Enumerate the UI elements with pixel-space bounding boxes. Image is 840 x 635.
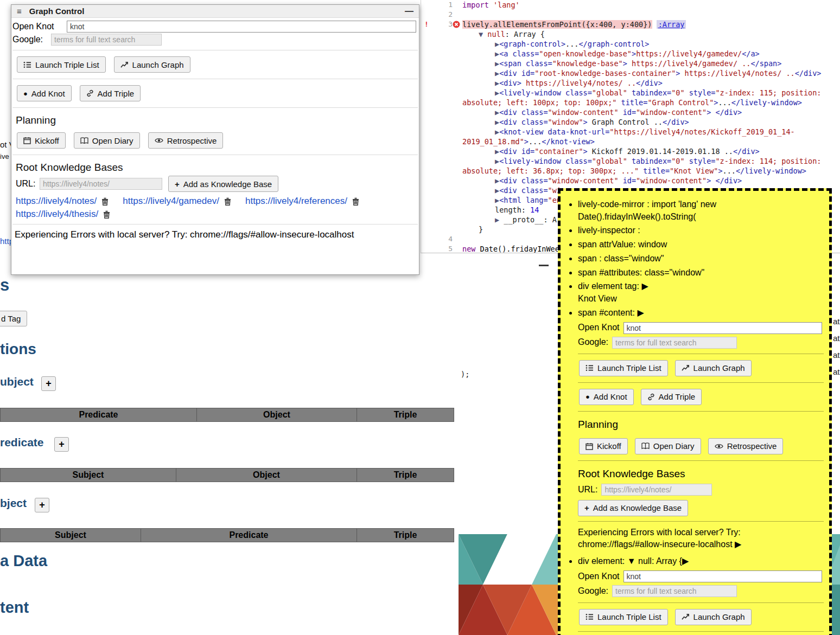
- inspector-node[interactable]: ▶<graph-control>...</graph-control>: [462, 39, 840, 49]
- add-knot-button[interactable]: ● Add Knot: [17, 85, 72, 101]
- code-fragment: );: [461, 370, 469, 379]
- kickoff-button[interactable]: Kickoff: [579, 438, 628, 454]
- kb-link[interactable]: https://lively4/references/: [245, 196, 347, 207]
- trash-icon[interactable]: [103, 210, 110, 219]
- triple-table-header: Subject Predicate Triple: [0, 528, 454, 542]
- overlay-item-text: span #content: ▶: [578, 307, 824, 319]
- divider: [578, 382, 824, 383]
- kickoff-button[interactable]: Kickoff: [17, 132, 66, 149]
- window-minimize-button[interactable]: —: [405, 7, 413, 16]
- inspector-node[interactable]: ▶<div id="root-knowledge-bases-container…: [462, 68, 840, 78]
- line-number: 2: [448, 10, 453, 18]
- divider: [578, 460, 824, 461]
- launch-graph-button[interactable]: Launch Graph: [675, 609, 752, 625]
- table-header-cell: Triple: [357, 468, 454, 482]
- page-heading-fragment: tions: [0, 341, 36, 358]
- inspector-node[interactable]: ▶<lively-window class="global" tabindex=…: [462, 156, 840, 176]
- line-chart-icon: [682, 613, 690, 620]
- launch-triple-list-button[interactable]: Launch Triple List: [17, 56, 106, 73]
- triple-table-header: Predicate Object Triple: [0, 408, 454, 422]
- add-tag-button[interactable]: d Tag: [0, 311, 27, 326]
- retrospective-button[interactable]: Retrospective: [708, 438, 784, 454]
- add-object-button[interactable]: +: [35, 498, 49, 512]
- page-heading-fragment: s: [0, 275, 9, 295]
- overlay-item: span #content: ▶ Open Knot Google:: [578, 307, 824, 551]
- button-label: Add as Knowledge Base: [593, 503, 682, 512]
- book-icon: [80, 137, 88, 144]
- overlay-item: lively-inspector :: [578, 225, 824, 237]
- clipped-text-fragment: at: [833, 317, 840, 326]
- divider: [578, 631, 824, 632]
- page-heading-fragment: redicate: [0, 436, 44, 449]
- circle-icon: ●: [586, 393, 590, 401]
- kb-url-input[interactable]: [40, 178, 162, 190]
- inspector-node[interactable]: ▶<div class="window"> Graph Control ..</…: [462, 117, 840, 127]
- inspector-root-node[interactable]: ▼ null: Array {: [462, 29, 840, 39]
- open-diary-button[interactable]: Open Diary: [635, 438, 701, 454]
- add-knot-button[interactable]: ● Add Knot: [579, 389, 634, 405]
- google-search-input[interactable]: [612, 585, 737, 597]
- inspector-node[interactable]: ▶<div id="container"> Kickoff 2019.01.14…: [462, 146, 840, 156]
- google-search-input[interactable]: [612, 337, 737, 349]
- launch-graph-button[interactable]: Launch Graph: [675, 360, 752, 376]
- inspector-node[interactable]: ▶<div class="window-content" id="window-…: [462, 107, 840, 117]
- page-heading-fragment: tent: [0, 599, 29, 617]
- table-header-cell: Object: [176, 468, 357, 482]
- inspector-node[interactable]: ▶<a class="open-knowledge-base">https://…: [462, 49, 840, 59]
- kb-link-item: https://lively4/thesis/: [16, 209, 110, 220]
- add-triple-button[interactable]: Add Triple: [641, 389, 702, 405]
- add-kb-button[interactable]: + Add as Knowledge Base: [168, 176, 278, 192]
- add-triple-button[interactable]: Add Triple: [80, 85, 141, 101]
- button-label: Add Knot: [31, 89, 65, 98]
- divider: [12, 79, 418, 79]
- clipped-text-fragment: at: [833, 367, 840, 376]
- code-keyword: new: [462, 245, 475, 253]
- trash-icon[interactable]: [352, 197, 359, 206]
- add-kb-button[interactable]: + Add as Knowledge Base: [578, 500, 688, 516]
- kb-url-row: URL:: [578, 484, 824, 496]
- open-knot-row: Open Knot: [578, 322, 824, 334]
- inspector-node[interactable]: ▶<knot-view data-knot-url="https://livel…: [462, 127, 840, 146]
- add-subject-button[interactable]: +: [41, 376, 56, 391]
- window-menu-icon[interactable]: ≡: [17, 7, 22, 16]
- table-header-cell: Predicate: [0, 408, 197, 422]
- clipped-text-fragment: at: [833, 333, 840, 343]
- expand-triangle-icon[interactable]: ▶: [735, 540, 741, 549]
- kb-url-input[interactable]: [601, 484, 712, 496]
- trash-icon[interactable]: [224, 197, 231, 206]
- kb-link[interactable]: https://lively4/notes/: [16, 196, 97, 207]
- open-knot-row: Open Knot: [12, 21, 418, 33]
- trash-icon[interactable]: [101, 197, 109, 206]
- inspector-node[interactable]: ▶<lively-window class="global" tabindex=…: [462, 88, 840, 107]
- overlay-item: div element tag: ▶ Knot View: [578, 280, 824, 305]
- window-titlebar[interactable]: ≡ Graph Control —: [11, 5, 419, 18]
- google-search-input[interactable]: [51, 34, 162, 46]
- launch-graph-button[interactable]: Launch Graph: [114, 56, 190, 73]
- add-buttons-row: ● Add Knot Add Triple: [579, 389, 823, 405]
- link-icon: [647, 393, 655, 401]
- open-knot-input[interactable]: [623, 322, 823, 334]
- kb-link[interactable]: https://lively4/gamedev/: [123, 196, 219, 207]
- result-annotation[interactable]: :Array: [657, 20, 686, 29]
- google-label: Google:: [578, 336, 608, 349]
- add-predicate-button[interactable]: +: [54, 437, 69, 452]
- open-knot-input[interactable]: [67, 21, 416, 33]
- kb-link[interactable]: https://lively4/thesis/: [16, 209, 98, 220]
- launch-triple-list-button[interactable]: Launch Triple List: [579, 609, 668, 625]
- inspector-node[interactable]: ▶<span class="knowledge-base"> https://l…: [462, 59, 840, 68]
- open-diary-button[interactable]: Open Diary: [74, 132, 140, 149]
- retrospective-button[interactable]: Retrospective: [148, 132, 224, 149]
- line-chart-icon: [120, 61, 129, 68]
- launch-triple-list-button[interactable]: Launch Triple List: [579, 360, 668, 376]
- inspector-node[interactable]: ▶<div class="window-content" id="window-…: [462, 176, 840, 185]
- divider: [578, 521, 824, 522]
- open-knot-input[interactable]: [623, 570, 823, 582]
- google-label: Google:: [12, 35, 51, 44]
- table-header-cell: Triple: [357, 408, 454, 422]
- google-row: Google:: [12, 34, 418, 46]
- overlay-item: div element: ▼ null: Array {▶ Open Knot …: [578, 555, 824, 631]
- minimize-dash-icon[interactable]: [539, 265, 549, 266]
- kb-url-row: URL: + Add as Knowledge Base: [16, 176, 418, 192]
- planning-heading: Planning: [16, 114, 418, 126]
- inspector-node[interactable]: ▶<div> https://lively4/notes/ ..</div>: [462, 78, 840, 88]
